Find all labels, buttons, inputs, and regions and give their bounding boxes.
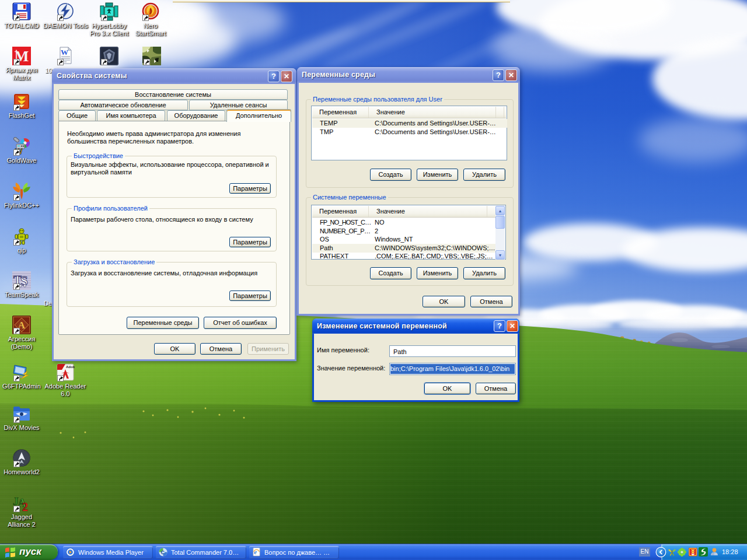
svg-text:2: 2 xyxy=(22,501,28,512)
svg-text:C: C xyxy=(161,550,165,555)
svg-text:W: W xyxy=(61,48,68,57)
svg-text:Adobe: Adobe xyxy=(66,365,75,369)
